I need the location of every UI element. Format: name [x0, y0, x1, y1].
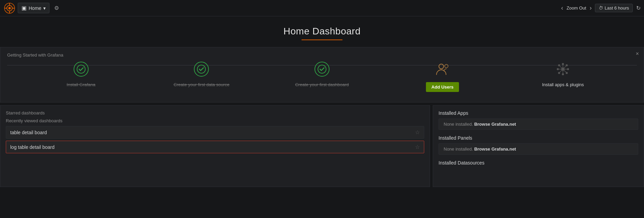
installed-apps-none: None installed.	[444, 122, 473, 127]
step-install: Install Grafana	[21, 61, 141, 87]
close-icon: ×	[636, 51, 639, 57]
page-content: Home Dashboard Getting Started with Graf…	[0, 16, 644, 187]
svg-point-13	[562, 63, 564, 65]
star-icon-1[interactable]: ☆	[415, 144, 420, 150]
installed-apps-item: None installed. Browse Grafana.net	[439, 119, 638, 130]
step-users-icon	[434, 61, 451, 77]
svg-point-9	[318, 65, 326, 73]
left-panel: Starred dashboards Recently viewed dashb…	[0, 105, 430, 187]
close-button[interactable]: ×	[636, 51, 639, 57]
step-datasource-icon	[193, 61, 210, 77]
dashboard-item-1[interactable]: log table detail board ☆	[6, 141, 424, 153]
title-section: Home Dashboard	[0, 16, 644, 47]
dashboard-item-0[interactable]: table detail board ☆	[6, 126, 424, 139]
step-users: Add Users	[382, 61, 503, 92]
step-dashboard-label: Create your first dashboard	[295, 82, 349, 87]
installed-panels-none: None installed.	[444, 146, 473, 152]
gear-icon: ⚙	[54, 5, 59, 11]
step-dashboard-icon	[314, 61, 330, 77]
svg-point-20	[558, 72, 560, 74]
installed-apps-section: Installed Apps None installed. Browse Gr…	[439, 110, 638, 130]
home-button[interactable]: ▣ Home ▾	[18, 3, 49, 13]
starred-dashboards-title: Starred dashboards	[6, 110, 424, 115]
installed-datasources-section: Installed Datasources	[439, 160, 638, 166]
step-plugins-label: Install apps & plugins	[542, 82, 584, 87]
time-range-label: Last 6 hours	[604, 5, 629, 11]
svg-point-17	[558, 64, 560, 66]
svg-point-2	[9, 7, 11, 9]
svg-point-7	[77, 65, 85, 73]
step-dashboard: Create your first dashboard	[262, 61, 382, 87]
refresh-icon: ↻	[636, 5, 641, 11]
zoom-out-label: Zoom Out	[567, 5, 586, 11]
top-navigation: ▣ Home ▾ ⚙ ‹ Zoom Out › ⏱ Last 6 hours ↻	[0, 0, 644, 16]
dashboard-name-1: log table detail board	[10, 144, 55, 150]
star-icon-0[interactable]: ☆	[415, 129, 420, 136]
add-users-button[interactable]: Add Users	[426, 82, 459, 92]
svg-point-11	[445, 64, 448, 68]
installed-apps-title: Installed Apps	[439, 110, 638, 116]
page-title: Home Dashboard	[0, 26, 644, 37]
getting-started-panel: Getting Started with Grafana × Install G…	[0, 47, 644, 103]
svg-point-15	[557, 68, 559, 70]
chevron-left-icon: ‹	[561, 4, 563, 11]
users-icon	[435, 62, 450, 77]
nav-left: ▣ Home ▾ ⚙	[3, 2, 62, 14]
home-dropdown-icon: ▾	[43, 5, 46, 11]
svg-point-18	[566, 72, 568, 74]
home-icon: ▣	[21, 5, 27, 11]
step-plugins: Install apps & plugins	[503, 61, 623, 87]
nav-right: ‹ Zoom Out › ⏱ Last 6 hours ↻	[561, 4, 641, 12]
svg-point-14	[562, 73, 564, 75]
installed-apps-link[interactable]: Browse Grafana.net	[474, 122, 516, 127]
zoom-forward-button[interactable]: ›	[589, 4, 592, 12]
installed-panels-title: Installed Panels	[439, 135, 638, 141]
installed-panels-item: None installed. Browse Grafana.net	[439, 143, 638, 155]
grafana-logo[interactable]	[3, 2, 16, 14]
svg-point-19	[566, 64, 568, 66]
installed-panels-link[interactable]: Browse Grafana.net	[474, 146, 516, 152]
right-panel: Installed Apps None installed. Browse Gr…	[433, 105, 644, 187]
step-plugins-icon	[555, 61, 571, 77]
title-underline	[302, 40, 342, 40]
home-label: Home	[29, 5, 41, 11]
steps-container: Install Grafana Create your first data s…	[7, 58, 637, 95]
getting-started-title: Getting Started with Grafana	[7, 52, 63, 58]
step-install-icon	[73, 61, 89, 77]
installed-datasources-title: Installed Datasources	[439, 160, 638, 166]
svg-point-8	[197, 65, 205, 73]
svg-point-10	[439, 64, 444, 69]
chevron-right-icon: ›	[589, 4, 592, 11]
dashboard-name-0: table detail board	[10, 130, 47, 135]
step-datasource: Create your first data source	[141, 61, 262, 87]
time-range-picker[interactable]: ⏱ Last 6 hours	[595, 4, 633, 12]
step-install-label: Install Grafana	[67, 82, 96, 87]
installed-panels-section: Installed Panels None installed. Browse …	[439, 135, 638, 155]
zoom-back-button[interactable]: ‹	[561, 4, 563, 12]
main-columns: Starred dashboards Recently viewed dashb…	[0, 105, 644, 187]
check-circle-datasource	[194, 62, 209, 77]
time-icon: ⏱	[599, 5, 603, 11]
step-datasource-label: Create your first data source	[173, 82, 229, 87]
svg-point-16	[567, 68, 569, 70]
check-circle-install	[74, 62, 89, 77]
check-circle-dashboard	[315, 62, 329, 77]
refresh-button[interactable]: ↻	[636, 5, 641, 11]
recent-dashboards-title: Recently viewed dashboards	[6, 118, 424, 123]
plugins-icon	[555, 62, 570, 77]
settings-button[interactable]: ⚙	[51, 3, 62, 13]
